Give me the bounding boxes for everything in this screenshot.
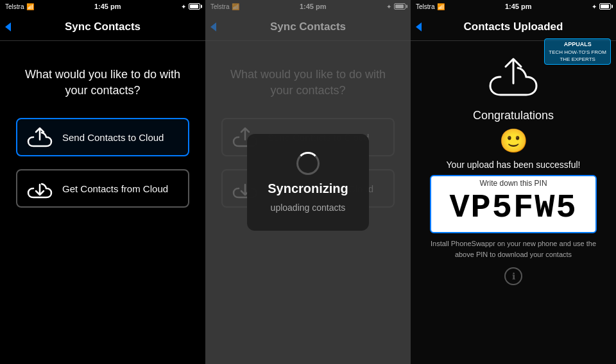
time-1: 1:45 pm xyxy=(94,3,121,10)
send-to-cloud-btn[interactable]: Send Contacts to Cloud xyxy=(16,118,189,156)
info-button[interactable]: ℹ xyxy=(504,267,522,285)
sync-overlay: Syncronizing uploading contacts xyxy=(205,0,411,364)
status-right-3: ✦ xyxy=(592,3,611,10)
watermark-line3: THE EXPERTS xyxy=(549,56,606,63)
smiley-emoji: 🙂 xyxy=(499,128,528,154)
large-upload-cloud-icon xyxy=(488,54,539,99)
question-text-1: What would you like to do with your cont… xyxy=(13,67,193,99)
panel3-content: Congratulations 🙂 Your upload has been s… xyxy=(411,41,616,364)
nav-title-1: Sync Contacts xyxy=(65,21,141,33)
status-bar-3: Telstra 📶 1:45 pm ✦ xyxy=(411,0,616,13)
bluetooth-icon-3: ✦ xyxy=(592,3,597,10)
panel-3: Telstra 📶 1:45 pm ✦ Contacts Uploaded AP… xyxy=(411,0,616,364)
back-button-3[interactable] xyxy=(416,22,423,31)
panel-1: Telstra 📶 1:45 pm ✦ Sync Contacts What w… xyxy=(0,0,205,364)
loading-spinner xyxy=(296,152,320,175)
pin-box: Write down this PIN VP5FW5 xyxy=(430,175,597,233)
download-cloud-icon xyxy=(27,177,53,200)
sync-subtitle: uploading contacts xyxy=(271,203,346,213)
sync-title: Syncronizing xyxy=(268,181,348,196)
nav-bar-1: Sync Contacts xyxy=(0,13,205,41)
status-right-1: ✦ xyxy=(181,3,200,10)
content-1: What would you like to do with your cont… xyxy=(0,41,205,364)
battery-icon-1 xyxy=(189,3,200,10)
back-chevron-3 xyxy=(416,22,422,31)
battery-icon-3 xyxy=(599,3,611,10)
watermark-line2: TECH HOW-TO'S FROM xyxy=(549,49,606,56)
get-from-cloud-label: Get Contacts from Cloud xyxy=(62,183,168,194)
carrier-1: Telstra xyxy=(5,3,24,10)
success-message: Your upload has been successful! xyxy=(447,160,581,170)
bluetooth-icon-1: ✦ xyxy=(181,3,186,10)
footer-text: Install PhoneSwappr on your new phone an… xyxy=(424,238,603,260)
status-left-1: Telstra 📶 xyxy=(5,3,34,10)
pin-code: VP5FW5 xyxy=(449,189,577,227)
status-bar-1: Telstra 📶 1:45 pm ✦ xyxy=(0,0,205,13)
pin-label: Write down this PIN xyxy=(479,179,547,188)
sync-modal: Syncronizing uploading contacts xyxy=(247,134,369,231)
panel-2: Telstra 📶 1:45 pm ✦ Sync Contacts What w… xyxy=(205,0,411,364)
nav-bar-3: Contacts Uploaded xyxy=(411,13,616,41)
back-chevron-1 xyxy=(5,22,11,31)
watermark-line1: APPUALS xyxy=(549,40,606,49)
upload-cloud-icon xyxy=(27,126,53,149)
nav-title-3: Contacts Uploaded xyxy=(464,21,563,33)
back-button-1[interactable] xyxy=(5,22,12,31)
carrier-3: Telstra xyxy=(416,3,434,10)
wifi-icon-1: 📶 xyxy=(26,3,34,10)
get-from-cloud-btn[interactable]: Get Contacts from Cloud xyxy=(16,169,189,208)
status-left-3: Telstra 📶 xyxy=(416,3,445,10)
time-3: 1:45 pm xyxy=(505,3,532,10)
send-to-cloud-label: Send Contacts to Cloud xyxy=(62,132,164,143)
wifi-icon-3: 📶 xyxy=(437,3,445,10)
info-icon: ℹ xyxy=(512,271,515,281)
congrats-text: Congratulations xyxy=(473,109,554,122)
appuals-watermark: APPUALS TECH HOW-TO'S FROM THE EXPERTS xyxy=(544,38,611,65)
